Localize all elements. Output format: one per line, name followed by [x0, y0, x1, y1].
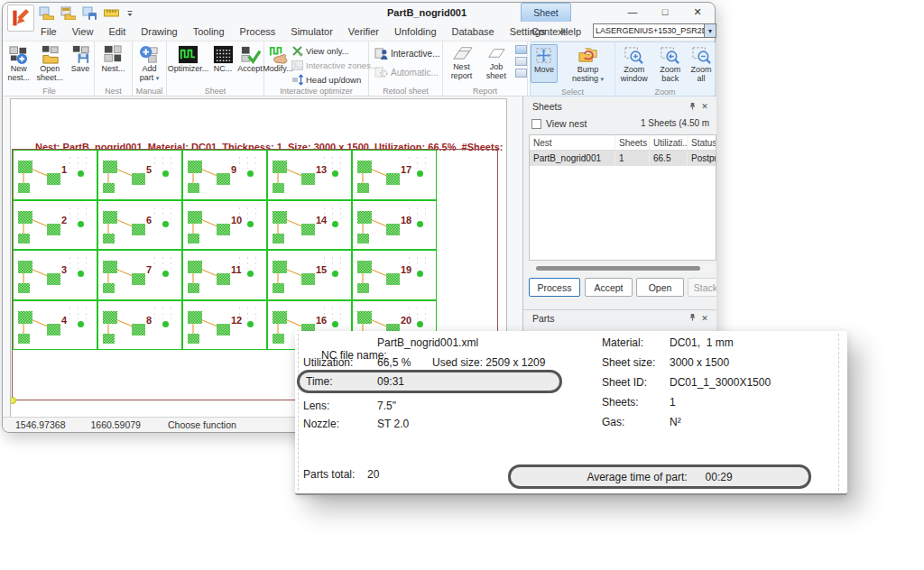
- nest-part-cell[interactable]: 9: [182, 150, 267, 200]
- stacking-button[interactable]: Stacking: [688, 278, 716, 297]
- qa-open-sheet-icon[interactable]: [60, 6, 76, 20]
- app-logo[interactable]: [7, 5, 34, 32]
- ribbon-group-sheet: Optimizer... NC...: [167, 41, 264, 97]
- menu-context[interactable]: Context: [531, 23, 566, 40]
- nest-part-cell[interactable]: 6: [97, 200, 182, 251]
- nest-part-cell[interactable]: 8: [97, 300, 182, 351]
- qa-ruler-icon[interactable]: [104, 6, 119, 20]
- sheets-table-header: Nest Sheets Utilizati... Status: [530, 135, 716, 151]
- sheets-horizontal-scrollbar[interactable]: [529, 264, 716, 272]
- nest-part-cell[interactable]: 5: [97, 150, 182, 200]
- add-part-button[interactable]: Add part ▾: [133, 43, 166, 82]
- nest-part-cell[interactable]: 7: [97, 250, 182, 300]
- bump-nesting-label: Bump nesting ▾: [563, 66, 613, 83]
- view-only-button[interactable]: View only...: [291, 44, 378, 58]
- job-sheet-button[interactable]: Job sheet: [480, 41, 513, 80]
- pin-icon[interactable]: [686, 102, 698, 112]
- open-button[interactable]: Open: [636, 278, 684, 297]
- info-value-nozzle: ST 2.0: [377, 418, 409, 432]
- qa-new-sheet-icon[interactable]: [39, 6, 54, 20]
- column-header-status[interactable]: Status: [688, 135, 716, 150]
- interactive-zones-button[interactable]: Interactive zones...: [291, 59, 378, 72]
- qa-save-sheet-icon[interactable]: [82, 6, 97, 20]
- sheets-table-row[interactable]: PartB_nogrid001 1 66.5 Postprocessed: [530, 151, 716, 166]
- part-marker-dot: [162, 170, 169, 177]
- nest-part-cell[interactable]: 19: [352, 250, 437, 300]
- info-row-utilization: Utilization:: [303, 356, 353, 371]
- part-marker-dot: [162, 271, 169, 277]
- zoom-window-label: Zoom window: [617, 66, 651, 83]
- optimizer-icon: [178, 44, 199, 65]
- nest-part-cell[interactable]: 3: [13, 250, 97, 300]
- zoom-back-button[interactable]: Zoom back: [655, 44, 686, 83]
- menu-tooling[interactable]: Tooling: [193, 26, 225, 37]
- modify-button[interactable]: Modify...: [264, 43, 291, 87]
- nest-part-cell[interactable]: 15: [267, 250, 352, 300]
- menu-process[interactable]: Process: [240, 26, 276, 37]
- zoom-window-button[interactable]: Zoom window: [615, 44, 653, 83]
- head-updown-button[interactable]: Head up/down: [291, 73, 378, 87]
- pin-icon[interactable]: [686, 313, 698, 323]
- column-header-sheets[interactable]: Sheets: [615, 135, 650, 150]
- optimizer-button[interactable]: Optimizer...: [167, 43, 209, 74]
- ribbon-group-label: Select: [531, 87, 614, 97]
- nest-part-cell[interactable]: 17: [352, 150, 437, 200]
- nc-button[interactable]: NC...: [209, 43, 236, 74]
- view-nest-checkbox[interactable]: [531, 119, 541, 129]
- bump-nesting-button[interactable]: Bump nesting ▾: [561, 44, 614, 83]
- nest-part-cell[interactable]: 14: [267, 200, 352, 251]
- report-option-icon[interactable]: [515, 57, 527, 66]
- menu-simulator[interactable]: Simulator: [291, 26, 332, 37]
- menu-verifier[interactable]: Verifier: [348, 26, 379, 37]
- sheets-summary: 1 Sheets (4.50 m: [641, 118, 716, 128]
- qa-customize-caret-icon[interactable]: [125, 9, 134, 18]
- nest-part-cell[interactable]: 2: [13, 200, 97, 251]
- open-sheet-icon: [40, 44, 60, 65]
- close-panel-icon[interactable]: ✕: [698, 102, 711, 111]
- modify-icon: [268, 44, 289, 65]
- nest-button[interactable]: Nest...: [99, 43, 126, 74]
- process-button[interactable]: Process: [529, 278, 580, 297]
- nest-part-cell[interactable]: 1: [13, 150, 97, 200]
- nest-part-cell[interactable]: 4: [13, 300, 97, 351]
- zoom-all-button[interactable]: Zoom all: [688, 44, 715, 83]
- nest-part-cell[interactable]: 18: [352, 200, 437, 251]
- accept-sheet-button[interactable]: Accept: [585, 278, 633, 297]
- column-header-nest[interactable]: Nest: [530, 135, 615, 150]
- scrollbar-thumb[interactable]: [536, 266, 700, 271]
- info-value-sheet-size: 3000 x 1500: [670, 356, 729, 371]
- menu-drawing[interactable]: Drawing: [141, 26, 177, 37]
- close-panel-icon[interactable]: ✕: [698, 314, 711, 323]
- part-number: 10: [231, 215, 242, 225]
- close-button[interactable]: ✕: [683, 3, 712, 21]
- maximize-button[interactable]: □: [651, 3, 679, 21]
- minimize-button[interactable]: —: [618, 3, 647, 21]
- machine-selector-dropdown-icon[interactable]: ▾: [704, 24, 716, 37]
- part-shape: [183, 251, 268, 300]
- new-nest-button[interactable]: New nest...: [5, 43, 33, 82]
- info-value-lens: 7.5": [377, 400, 396, 414]
- nest-part-cell[interactable]: 11: [182, 250, 267, 300]
- move-button[interactable]: Move: [531, 44, 558, 83]
- save-button[interactable]: Save: [67, 43, 94, 82]
- nest-part-cell[interactable]: 13: [267, 150, 352, 200]
- menu-file[interactable]: File: [41, 26, 57, 37]
- menu-database[interactable]: Database: [452, 26, 494, 37]
- menu-view[interactable]: View: [72, 26, 94, 37]
- nest-report-button[interactable]: Nest report: [443, 41, 480, 80]
- report-option-icon[interactable]: [515, 45, 527, 54]
- open-sheet-button[interactable]: Open sheet...: [33, 43, 67, 82]
- ribbon-group-interactive-optimizer: Modify... View only...: [264, 41, 369, 97]
- menu-edit[interactable]: Edit: [108, 26, 125, 37]
- column-header-utilization[interactable]: Utilizati...: [650, 135, 688, 150]
- ribbon-group-label: Manual: [133, 87, 166, 96]
- context-tab-sheet[interactable]: Sheet: [521, 3, 571, 22]
- nest-part-cell[interactable]: 12: [182, 300, 267, 351]
- menu-unfolding[interactable]: Unfolding: [394, 26, 436, 37]
- nest-part-cell[interactable]: 10: [182, 200, 267, 251]
- accept-button[interactable]: Accept: [236, 43, 263, 74]
- retool-automatic-button[interactable]: Automatic...: [374, 65, 442, 80]
- machine-selector[interactable]: LASERGENIUS+1530_PSR2D(F ▾: [593, 23, 716, 38]
- retool-interactive-button[interactable]: Interactive...: [374, 46, 442, 61]
- report-option-icon[interactable]: [515, 69, 527, 78]
